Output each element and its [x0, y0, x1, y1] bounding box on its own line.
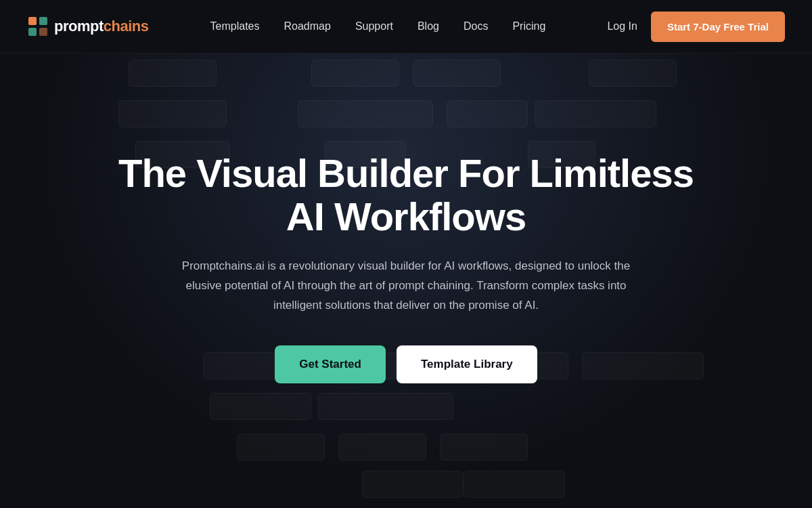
- get-started-button[interactable]: Get Started: [275, 345, 386, 383]
- hero-buttons: Get Started Template Library: [115, 345, 697, 383]
- bg-node: [362, 471, 464, 498]
- logo-chains: chains: [104, 18, 149, 35]
- bg-node: [237, 433, 325, 461]
- bg-node: [464, 471, 565, 498]
- nav-support[interactable]: Support: [355, 20, 393, 32]
- nav-links: Templates Roadmap Support Blog Docs Pric…: [210, 20, 546, 33]
- navbar: promptchains Templates Roadmap Support B…: [0, 0, 812, 54]
- cta-button[interactable]: Start 7-Day Free Trial: [651, 12, 785, 42]
- nav-blog[interactable]: Blog: [418, 20, 439, 32]
- bg-node: [589, 60, 677, 87]
- bg-node: [210, 393, 311, 420]
- nav-docs[interactable]: Docs: [464, 20, 488, 32]
- bg-node: [298, 100, 433, 127]
- svg-rect-2: [28, 28, 37, 36]
- bg-node: [535, 100, 656, 127]
- nav-roadmap[interactable]: Roadmap: [284, 20, 331, 32]
- bg-node: [129, 60, 217, 87]
- svg-rect-1: [39, 17, 47, 25]
- login-link[interactable]: Log In: [607, 20, 637, 33]
- nav-templates[interactable]: Templates: [210, 20, 260, 32]
- logo-icon: [27, 16, 49, 37]
- template-library-button[interactable]: Template Library: [397, 345, 537, 383]
- bg-node: [413, 60, 501, 87]
- bg-node: [311, 60, 399, 87]
- hero-section: The Visual Builder For Limitless AI Work…: [0, 0, 812, 508]
- svg-rect-3: [39, 28, 47, 36]
- bg-node: [447, 100, 528, 127]
- svg-rect-0: [28, 17, 37, 25]
- nav-right: Log In Start 7-Day Free Trial: [607, 12, 785, 42]
- bg-node: [318, 393, 453, 420]
- logo-text: promptchains: [54, 18, 148, 35]
- hero-content: The Visual Builder For Limitless AI Work…: [102, 152, 710, 383]
- hero-title: The Visual Builder For Limitless AI Work…: [115, 152, 697, 238]
- bg-node: [338, 433, 426, 461]
- bg-node: [440, 433, 528, 461]
- nav-pricing[interactable]: Pricing: [512, 20, 545, 32]
- logo-prompt: prompt: [54, 18, 104, 35]
- bg-node: [118, 100, 227, 127]
- hero-subtitle: Promptchains.ai is a revolutionary visua…: [176, 257, 636, 316]
- logo-link[interactable]: promptchains: [27, 16, 148, 37]
